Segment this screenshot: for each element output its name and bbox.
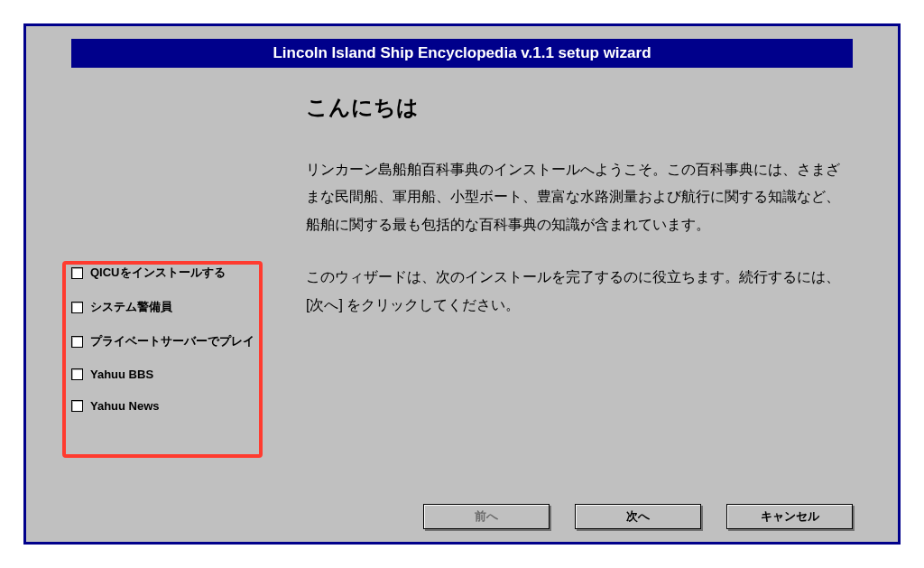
title-text: Lincoln Island Ship Encyclopedia v.1.1 s… <box>273 44 651 61</box>
checkbox-icon[interactable] <box>71 302 83 313</box>
page-heading: こんにちは <box>306 93 853 122</box>
checkbox-label: システム警備員 <box>90 299 172 315</box>
checkbox-label: QICUをインストールする <box>90 265 226 281</box>
next-button-label: 次へ <box>626 508 650 525</box>
checkbox-icon[interactable] <box>71 368 83 380</box>
checkbox-label: Yahuu BBS <box>90 368 153 381</box>
checkbox-item-private-server[interactable]: プライベートサーバーでプレイ <box>71 333 261 349</box>
checkbox-icon[interactable] <box>71 336 83 348</box>
back-button-label: 前へ <box>475 508 498 525</box>
checkbox-item-yahuu-bbs[interactable]: Yahuu BBS <box>71 368 261 381</box>
back-button: 前へ <box>423 504 550 529</box>
sidebar: QICUをインストールする システム警備員 プライベートサーバーでプレイ Yah… <box>71 93 261 500</box>
checkbox-icon[interactable] <box>71 400 83 412</box>
button-row: 前へ 次へ キャンセル <box>71 500 853 529</box>
next-button[interactable]: 次へ <box>575 504 701 529</box>
checkbox-icon[interactable] <box>71 267 83 279</box>
checkbox-item-system-guard[interactable]: システム警備員 <box>71 299 261 315</box>
welcome-paragraph-2: このウィザードは、次のインストールを完了するのに役立ちます。続行するには、[次へ… <box>306 264 853 319</box>
welcome-paragraph-1: リンカーン島船舶百科事典のインストールへようこそ。この百科事典には、さまざまな民… <box>306 156 853 238</box>
content-area: QICUをインストールする システム警備員 プライベートサーバーでプレイ Yah… <box>71 93 853 500</box>
main-content: こんにちは リンカーン島船舶百科事典のインストールへようこそ。この百科事典には、… <box>261 93 853 500</box>
checkbox-item-qicu[interactable]: QICUをインストールする <box>71 265 261 281</box>
checkbox-label: プライベートサーバーでプレイ <box>90 333 254 349</box>
wizard-frame: Lincoln Island Ship Encyclopedia v.1.1 s… <box>23 23 901 545</box>
title-bar: Lincoln Island Ship Encyclopedia v.1.1 s… <box>71 39 853 68</box>
cancel-button[interactable]: キャンセル <box>726 504 853 529</box>
checkbox-list: QICUをインストールする システム警備員 プライベートサーバーでプレイ Yah… <box>71 265 261 413</box>
checkbox-item-yahuu-news[interactable]: Yahuu News <box>71 399 261 413</box>
cancel-button-label: キャンセル <box>761 508 819 525</box>
checkbox-label: Yahuu News <box>90 399 160 413</box>
